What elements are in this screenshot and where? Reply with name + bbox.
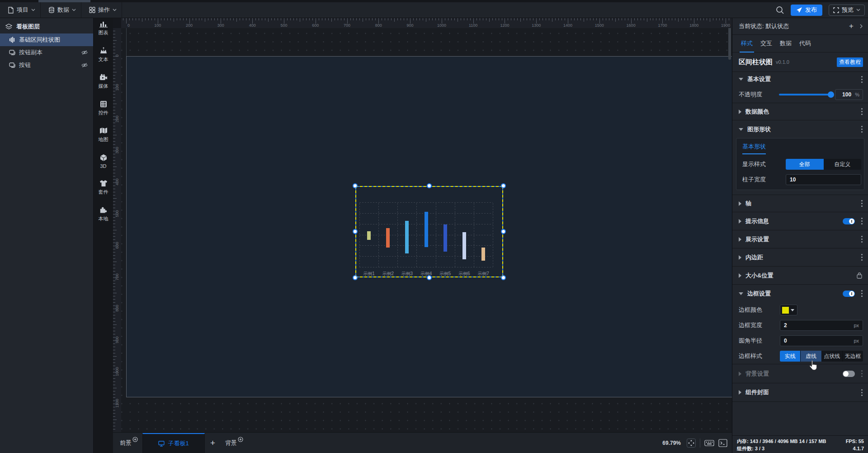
resize-handle-se[interactable]: [501, 275, 506, 280]
section-menu-icon[interactable]: [861, 220, 863, 222]
option-dotted[interactable]: 点状线: [822, 351, 843, 362]
component-library-bar: 图表 文本 媒体 控件 地图 3D 套件 本地: [94, 18, 113, 453]
resize-handle-ne[interactable]: [501, 183, 506, 188]
tab-sub-dashboard-1[interactable]: 子看板1: [142, 433, 205, 453]
section-menu-icon[interactable]: [861, 373, 863, 374]
inspector-tabs: 样式 交互 数据 代码: [732, 35, 868, 52]
section-component-cover[interactable]: 组件封面: [732, 383, 868, 402]
menu-data[interactable]: 数据: [41, 2, 81, 18]
section-graphic-shape[interactable]: 图形形状: [732, 120, 868, 138]
section-label: 背景设置: [745, 370, 769, 378]
option-all[interactable]: 全部: [786, 159, 824, 170]
section-menu-icon[interactable]: [861, 79, 863, 80]
resize-handle-nw[interactable]: [353, 183, 358, 188]
add-background-icon[interactable]: [238, 437, 243, 442]
slider-knob[interactable]: [828, 91, 834, 98]
component-border-yellow-dashed: [355, 186, 503, 277]
keyboard-shortcuts-icon[interactable]: [704, 439, 714, 447]
preview-button[interactable]: 预览: [829, 5, 865, 16]
section-menu-icon[interactable]: [861, 129, 863, 130]
lib-item-local[interactable]: 本地: [99, 206, 108, 222]
bar-width-input[interactable]: 10: [786, 174, 861, 185]
fit-view-icon[interactable]: [687, 439, 696, 448]
section-border-settings[interactable]: 边框设置: [732, 284, 868, 302]
eye-off-icon[interactable]: [81, 62, 88, 68]
range-bar-示例4: [425, 212, 428, 247]
resize-handle-sw[interactable]: [353, 275, 358, 280]
tooltip-toggle-on[interactable]: [843, 218, 855, 224]
section-background-settings[interactable]: 背景设置: [732, 364, 868, 383]
option-solid[interactable]: 实线: [780, 351, 801, 362]
section-menu-icon[interactable]: [861, 111, 863, 112]
selected-chart-component[interactable]: 示例1示例2示例3示例4示例5示例6示例7: [355, 186, 503, 277]
resize-handle-e[interactable]: [501, 229, 506, 234]
tab-style[interactable]: 样式: [741, 39, 753, 48]
opacity-value-box[interactable]: 100 %: [835, 89, 863, 100]
layer-item-chart[interactable]: 基础区间柱状图: [0, 33, 93, 46]
tab-interaction[interactable]: 交互: [760, 39, 772, 48]
foreground-button[interactable]: 前景: [115, 433, 142, 453]
publish-button[interactable]: 发布: [791, 5, 822, 16]
search-icon[interactable]: [776, 6, 784, 14]
layer-item-button[interactable]: 按钮: [0, 59, 93, 72]
resize-handle-s[interactable]: [427, 275, 432, 280]
resize-handle-w[interactable]: [353, 229, 358, 234]
background-toggle-off[interactable]: [843, 371, 855, 377]
corner-radius-input[interactable]: 0 px: [780, 335, 863, 346]
section-display-settings[interactable]: 展示设置: [732, 230, 868, 248]
add-dashboard-tab-button[interactable]: +: [205, 433, 221, 453]
lib-item-controls[interactable]: 控件: [99, 100, 108, 116]
border-toggle-on[interactable]: [843, 291, 855, 297]
section-basic-settings[interactable]: 基本设置: [732, 72, 868, 86]
border-style-row: 边框样式 实线 虚线 点状线 无边框: [732, 348, 868, 364]
tab-code[interactable]: 代码: [799, 39, 811, 48]
section-size-position[interactable]: 大小&位置: [732, 266, 868, 284]
section-menu-icon[interactable]: [861, 203, 863, 204]
bar-width-label: 柱子宽度: [742, 176, 766, 184]
lib-item-map[interactable]: 地图: [99, 127, 108, 143]
chevron-right-icon[interactable]: [860, 24, 863, 29]
border-color-picker[interactable]: [780, 305, 797, 315]
background-button[interactable]: 背景: [221, 433, 248, 453]
zoom-level[interactable]: 69.79%: [662, 440, 681, 446]
section-padding[interactable]: 内边距: [732, 248, 868, 266]
menu-actions[interactable]: 操作: [81, 2, 122, 18]
eye-off-icon[interactable]: [81, 50, 88, 55]
add-foreground-icon[interactable]: [132, 437, 138, 442]
add-state-button[interactable]: +: [849, 22, 854, 31]
resize-handle-n[interactable]: [427, 183, 432, 188]
section-menu-icon[interactable]: [861, 293, 863, 294]
corner-radius-row: 圆角半径 0 px: [732, 333, 868, 348]
lock-icon[interactable]: [856, 272, 863, 279]
app-version: 4.1.7: [853, 446, 864, 451]
border-width-input[interactable]: 2 px: [780, 320, 863, 331]
canvas-vertical-scrollbar[interactable]: [728, 27, 731, 60]
section-menu-icon[interactable]: [861, 238, 863, 240]
category-label: 示例6: [458, 271, 470, 277]
opacity-slider[interactable]: [779, 94, 831, 95]
section-data-colors[interactable]: 数据颜色: [732, 103, 868, 120]
option-none[interactable]: 无边框: [843, 351, 863, 362]
canvas[interactable]: 0100200300400500600700800900100011001200…: [113, 18, 732, 432]
view-tutorial-button[interactable]: 查看教程: [837, 57, 863, 67]
option-custom[interactable]: 自定义: [824, 159, 862, 170]
lib-item-kits[interactable]: 套件: [99, 180, 108, 196]
section-axis[interactable]: 轴: [732, 195, 868, 212]
lib-item-media[interactable]: 媒体: [99, 74, 108, 90]
layers-panel-header: 看板图层: [0, 18, 93, 33]
tab-basic-shape[interactable]: 基本形状: [742, 143, 766, 154]
border-color-row: 边框颜色: [732, 302, 868, 318]
layer-item-button-copy[interactable]: 按钮副本: [0, 46, 93, 59]
layers-panel-title: 看板图层: [16, 23, 40, 31]
lib-item-charts[interactable]: 图表: [99, 20, 108, 36]
section-tooltip[interactable]: 提示信息: [732, 212, 868, 230]
tab-data[interactable]: 数据: [780, 39, 792, 48]
lib-item-3d[interactable]: 3D: [99, 154, 108, 169]
grid-icon: [89, 7, 95, 13]
menu-project[interactable]: 项目: [0, 2, 41, 18]
section-menu-icon[interactable]: [861, 257, 863, 258]
lib-item-text[interactable]: 文本: [99, 47, 108, 63]
console-icon[interactable]: [718, 439, 727, 447]
zero-gridline: [126, 28, 127, 56]
section-menu-icon[interactable]: [861, 392, 863, 393]
